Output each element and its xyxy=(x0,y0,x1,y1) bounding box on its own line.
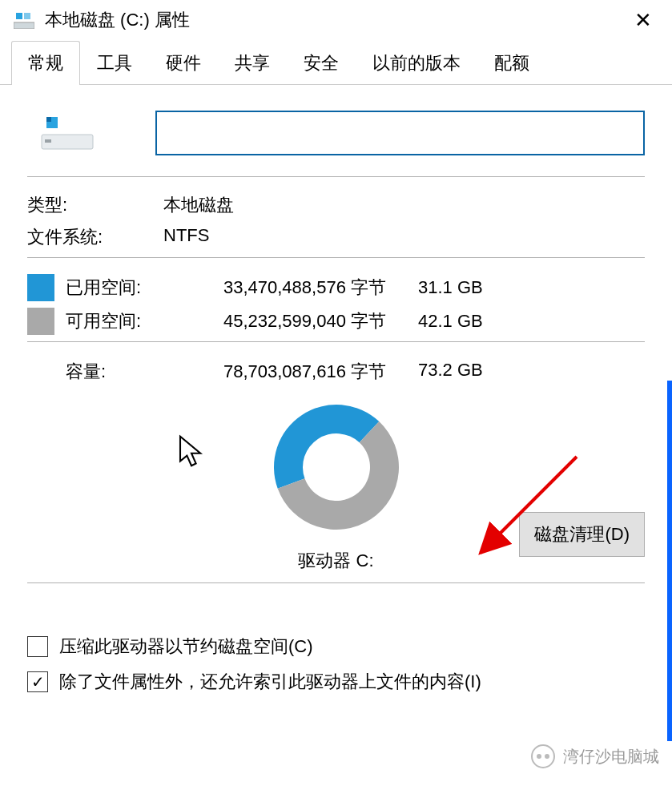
used-bytes: 33,470,488,576 字节 xyxy=(194,276,418,300)
separator xyxy=(27,176,645,177)
free-label: 可用空间: xyxy=(66,309,194,333)
tab-hardware[interactable]: 硬件 xyxy=(149,41,218,85)
filesystem-label: 文件系统: xyxy=(27,225,163,249)
capacity-label: 容量: xyxy=(66,360,194,384)
capacity-bytes: 78,703,087,616 字节 xyxy=(194,360,418,384)
compress-label: 压缩此驱动器以节约磁盘空间(C) xyxy=(59,635,313,659)
free-gb: 42.1 GB xyxy=(418,311,498,332)
titlebar: 本地磁盘 (C:) 属性 ✕ xyxy=(0,0,672,40)
free-bytes: 45,232,599,040 字节 xyxy=(194,309,418,333)
type-label: 类型: xyxy=(27,193,163,217)
tab-previous-versions[interactable]: 以前的版本 xyxy=(356,41,477,85)
used-gb: 31.1 GB xyxy=(418,277,498,298)
tab-general[interactable]: 常规 xyxy=(11,41,80,85)
watermark-text: 湾仔沙电脑城 xyxy=(563,746,659,768)
index-label: 除了文件属性外，还允许索引此驱动器上文件的内容(I) xyxy=(59,670,481,694)
filesystem-value: NTFS xyxy=(163,225,209,249)
index-checkbox[interactable] xyxy=(27,671,48,692)
general-panel: 类型: 本地磁盘 文件系统: NTFS 已用空间: 33,470,488,576… xyxy=(0,85,672,729)
svg-rect-4 xyxy=(45,139,51,143)
drive-name-input[interactable] xyxy=(155,111,645,155)
type-value: 本地磁盘 xyxy=(163,193,234,217)
window-title: 本地磁盘 (C:) 属性 xyxy=(45,8,190,32)
svg-rect-0 xyxy=(14,22,34,29)
compress-checkbox[interactable] xyxy=(27,636,48,657)
svg-rect-6 xyxy=(46,117,51,122)
svg-rect-2 xyxy=(24,13,30,19)
separator xyxy=(27,582,645,583)
separator xyxy=(27,341,645,342)
separator xyxy=(27,257,645,258)
tab-quota[interactable]: 配额 xyxy=(477,41,546,85)
svg-rect-1 xyxy=(16,13,22,19)
watermark: 湾仔沙电脑城 xyxy=(531,744,659,768)
disk-cleanup-button[interactable]: 磁盘清理(D) xyxy=(519,512,645,557)
tabs: 常规 工具 硬件 共享 安全 以前的版本 配额 xyxy=(0,40,672,85)
capacity-gb: 73.2 GB xyxy=(418,360,498,384)
tab-sharing[interactable]: 共享 xyxy=(218,41,287,85)
drive-large-icon xyxy=(27,109,107,157)
used-swatch xyxy=(27,274,54,301)
drive-letter-label: 驱动器 C: xyxy=(298,549,373,573)
close-button[interactable]: ✕ xyxy=(627,4,659,36)
free-swatch xyxy=(27,308,54,335)
tab-tools[interactable]: 工具 xyxy=(80,41,149,85)
scroll-indicator xyxy=(667,381,672,741)
wechat-icon xyxy=(531,744,555,768)
tab-security[interactable]: 安全 xyxy=(287,41,356,85)
drive-icon xyxy=(13,9,35,31)
used-label: 已用空间: xyxy=(66,276,194,300)
